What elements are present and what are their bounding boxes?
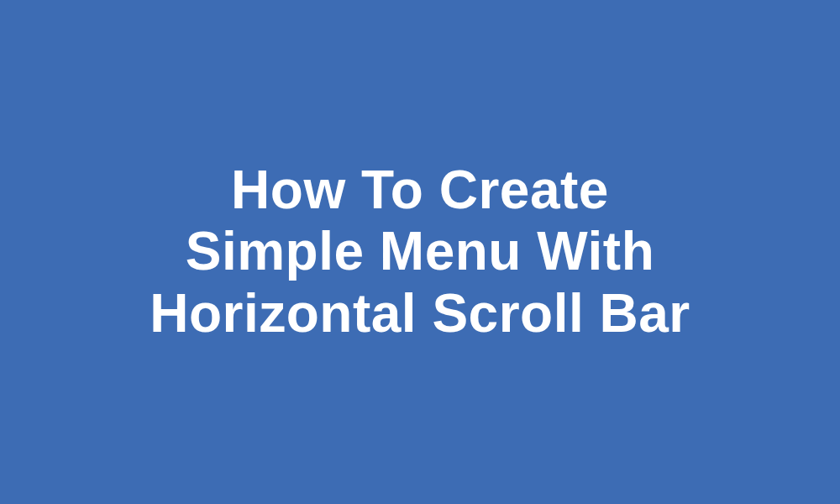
title-line-3: Horizontal Scroll Bar: [150, 283, 690, 344]
title-line-2: Simple Menu With: [186, 221, 655, 281]
title-line-1: How To Create: [231, 160, 609, 220]
title-container: How To Create Simple Menu With Horizonta…: [116, 160, 724, 345]
title-text: How To Create Simple Menu With Horizonta…: [150, 160, 690, 345]
